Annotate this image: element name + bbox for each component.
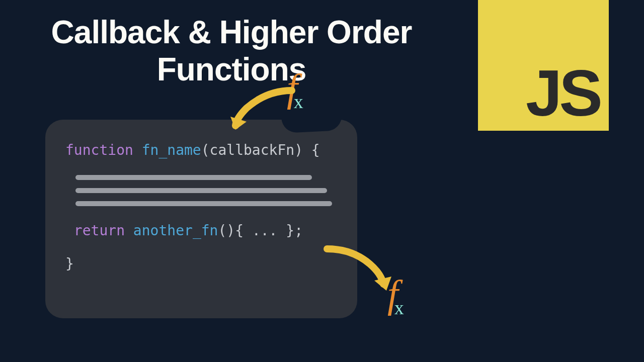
page-title: Callback & Higher Order Functions (30, 14, 433, 88)
fx-x-glyph: x (394, 297, 404, 318)
arrow-bottom-icon (322, 241, 397, 297)
signature-rest: (callbackFn) { (201, 142, 320, 158)
return-rest: (){ ... }; (218, 222, 303, 239)
return-fn-name: another_fn (125, 222, 218, 239)
placeholder-bar (75, 188, 327, 193)
placeholder-bar (75, 201, 332, 206)
arrow-top-icon (226, 85, 299, 136)
js-logo-text: JS (526, 60, 600, 126)
placeholder-body (75, 175, 337, 206)
code-line-signature: function fn_name(callbackFn) { (65, 140, 337, 161)
code-snippet-block: function fn_name(callbackFn) { return an… (45, 120, 357, 318)
code-line-close: } (65, 253, 337, 275)
code-line-return: return another_fn(){ ... }; (65, 220, 337, 241)
keyword-function: function (65, 142, 133, 158)
js-logo-badge: JS (478, 0, 609, 131)
keyword-return: return (65, 222, 125, 239)
function-name: fn_name (133, 142, 201, 158)
placeholder-bar (75, 175, 312, 180)
